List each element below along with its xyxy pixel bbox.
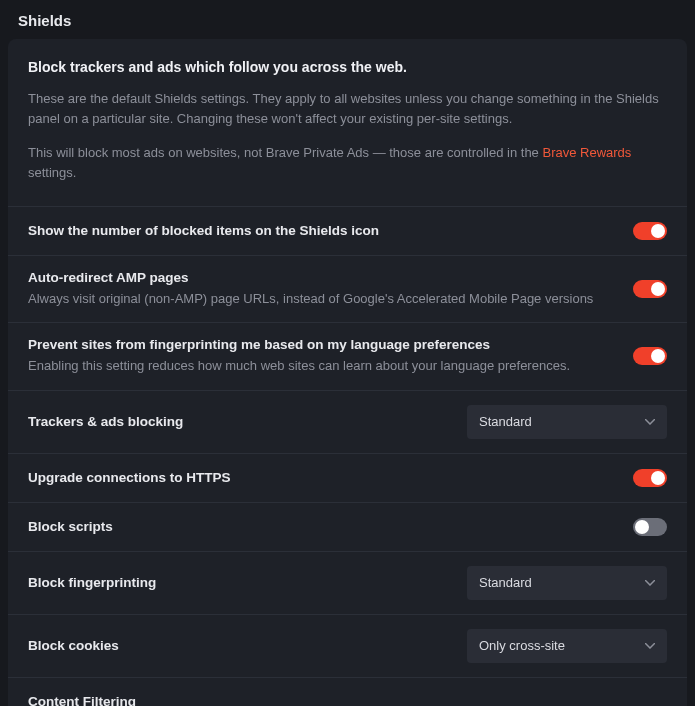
select-block-cookies[interactable]: Only cross-site <box>467 629 667 663</box>
row-title: Block fingerprinting <box>28 575 451 590</box>
select-value: Only cross-site <box>479 638 565 653</box>
row-show-blocked-count: Show the number of blocked items on the … <box>8 206 687 255</box>
intro-p2-pre: This will block most ads on websites, no… <box>28 145 542 160</box>
row-title: Show the number of blocked items on the … <box>28 223 617 238</box>
row-title: Trackers & ads blocking <box>28 414 451 429</box>
row-text: Block scripts <box>28 519 633 534</box>
row-trackers-ads-blocking: Trackers & ads blocking Standard <box>8 390 687 453</box>
row-text: Block fingerprinting <box>28 575 467 590</box>
toggle-auto-redirect-amp[interactable] <box>633 280 667 298</box>
brave-rewards-link[interactable]: Brave Rewards <box>542 145 631 160</box>
row-content-filtering[interactable]: Content Filtering Enable custom filters … <box>8 677 687 706</box>
row-title: Upgrade connections to HTTPS <box>28 470 617 485</box>
row-text: Upgrade connections to HTTPS <box>28 470 633 485</box>
toggle-show-blocked-count[interactable] <box>633 222 667 240</box>
row-title: Prevent sites from fingerprinting me bas… <box>28 337 617 352</box>
select-trackers-ads-blocking[interactable]: Standard <box>467 405 667 439</box>
shields-panel: Block trackers and ads which follow you … <box>8 39 687 706</box>
select-value: Standard <box>479 575 532 590</box>
intro-section: Block trackers and ads which follow you … <box>8 39 687 206</box>
row-block-cookies: Block cookies Only cross-site <box>8 614 687 677</box>
row-title: Block scripts <box>28 519 617 534</box>
row-text: Auto-redirect AMP pages Always visit ori… <box>28 270 633 309</box>
row-text: Prevent sites from fingerprinting me bas… <box>28 337 633 376</box>
row-text: Content Filtering Enable custom filters … <box>28 694 661 706</box>
row-sub: Enabling this setting reduces how much w… <box>28 356 617 376</box>
intro-p2-post: settings. <box>28 165 76 180</box>
intro-p2: This will block most ads on websites, no… <box>28 143 667 183</box>
toggle-upgrade-https[interactable] <box>633 469 667 487</box>
page-title: Shields <box>0 0 695 39</box>
select-block-fingerprinting[interactable]: Standard <box>467 566 667 600</box>
row-upgrade-https: Upgrade connections to HTTPS <box>8 453 687 502</box>
toggle-prevent-language-fingerprinting[interactable] <box>633 347 667 365</box>
row-title: Content Filtering <box>28 694 645 706</box>
row-text: Trackers & ads blocking <box>28 414 467 429</box>
row-title: Block cookies <box>28 638 451 653</box>
row-block-fingerprinting: Block fingerprinting Standard <box>8 551 687 614</box>
row-text: Show the number of blocked items on the … <box>28 223 633 238</box>
row-auto-redirect-amp: Auto-redirect AMP pages Always visit ori… <box>8 255 687 323</box>
row-prevent-language-fingerprinting: Prevent sites from fingerprinting me bas… <box>8 322 687 390</box>
toggle-block-scripts[interactable] <box>633 518 667 536</box>
intro-p1: These are the default Shields settings. … <box>28 89 667 129</box>
row-sub: Always visit original (non-AMP) page URL… <box>28 289 617 309</box>
caret-down-icon <box>645 580 655 586</box>
caret-down-icon <box>645 419 655 425</box>
select-value: Standard <box>479 414 532 429</box>
row-block-scripts: Block scripts <box>8 502 687 551</box>
caret-down-icon <box>645 643 655 649</box>
row-title: Auto-redirect AMP pages <box>28 270 617 285</box>
intro-title: Block trackers and ads which follow you … <box>28 59 667 75</box>
row-text: Block cookies <box>28 638 467 653</box>
